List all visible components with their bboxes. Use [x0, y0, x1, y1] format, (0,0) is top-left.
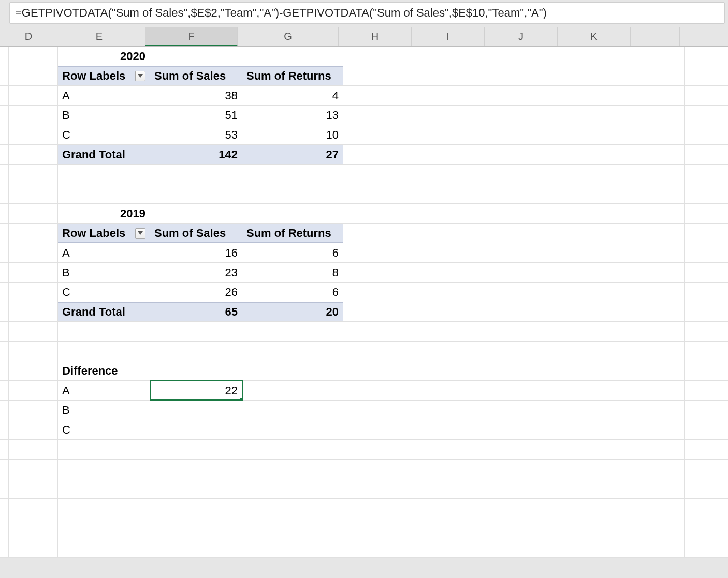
column-header-I[interactable]: I: [412, 27, 485, 46]
difference-value-cell[interactable]: [150, 401, 242, 420]
pivot2-returns-value[interactable]: 8: [242, 263, 343, 282]
pivot1-grand-total-label[interactable]: Grand Total: [58, 145, 150, 164]
difference-value: 22: [225, 384, 238, 397]
spreadsheet-grid[interactable]: D E F G H I J K 2020 Row Labels Sum of S…: [0, 27, 728, 558]
active-cell[interactable]: 22: [150, 381, 242, 400]
column-header-stub: [0, 27, 4, 46]
column-header-H[interactable]: H: [339, 27, 412, 46]
difference-value-cell[interactable]: [150, 420, 242, 439]
pivot2-sales-value[interactable]: 23: [150, 263, 242, 282]
pivot2-grand-total-sales[interactable]: 65: [150, 302, 242, 321]
pivot2-grand-total-returns[interactable]: 20: [242, 302, 343, 321]
pivot1-returns-value[interactable]: 10: [242, 125, 343, 144]
pivot1-sum-sales-header[interactable]: Sum of Sales: [150, 66, 242, 85]
pivot-filter-dropdown[interactable]: [135, 71, 145, 81]
pivot1-year[interactable]: 2020: [58, 47, 150, 66]
cell[interactable]: [242, 47, 343, 66]
cell[interactable]: [150, 47, 242, 66]
pivot1-returns-value[interactable]: 4: [242, 86, 343, 105]
difference-row-label[interactable]: C: [58, 420, 150, 439]
row-labels-text: Row Labels: [62, 227, 125, 240]
pivot1-sum-returns-header[interactable]: Sum of Returns: [242, 66, 343, 85]
pivot2-row-label[interactable]: B: [58, 263, 150, 282]
pivot2-row-label[interactable]: A: [58, 243, 150, 262]
pivot1-returns-value[interactable]: 13: [242, 106, 343, 125]
pivot2-returns-value[interactable]: 6: [242, 283, 343, 302]
difference-row-label[interactable]: B: [58, 401, 150, 420]
column-header-F[interactable]: F: [145, 27, 238, 46]
column-header-J[interactable]: J: [485, 27, 558, 46]
svg-marker-1: [138, 231, 143, 235]
cell[interactable]: [9, 47, 58, 66]
pivot1-grand-total-returns[interactable]: 27: [242, 145, 343, 164]
pivot2-returns-value[interactable]: 6: [242, 243, 343, 262]
pivot2-grand-total-label[interactable]: Grand Total: [58, 302, 150, 321]
fill-handle[interactable]: [240, 398, 242, 400]
pivot2-row-labels-header[interactable]: Row Labels: [58, 224, 150, 243]
column-header-trail: [631, 27, 680, 46]
pivot1-sales-value[interactable]: 53: [150, 125, 242, 144]
pivot1-sales-value[interactable]: 51: [150, 106, 242, 125]
pivot-filter-dropdown[interactable]: [135, 228, 145, 239]
pivot1-row-label[interactable]: B: [58, 106, 150, 125]
pivot2-year[interactable]: 2019: [58, 204, 150, 223]
pivot1-row-label[interactable]: C: [58, 125, 150, 144]
pivot2-sales-value[interactable]: 26: [150, 283, 242, 302]
pivot1-row-labels-header[interactable]: Row Labels: [58, 66, 150, 85]
pivot2-row-label[interactable]: C: [58, 283, 150, 302]
pivot2-sum-sales-header[interactable]: Sum of Sales: [150, 224, 242, 243]
difference-header[interactable]: Difference: [58, 361, 150, 380]
difference-row-label[interactable]: A: [58, 381, 150, 400]
cell[interactable]: [9, 66, 58, 85]
column-header-D[interactable]: D: [4, 27, 53, 46]
column-header-K[interactable]: K: [558, 27, 631, 46]
column-header-G[interactable]: G: [238, 27, 339, 46]
pivot1-row-label[interactable]: A: [58, 86, 150, 105]
pivot1-grand-total-sales[interactable]: 142: [150, 145, 242, 164]
column-headers: D E F G H I J K: [0, 27, 728, 47]
pivot1-sales-value[interactable]: 38: [150, 86, 242, 105]
pivot2-sum-returns-header[interactable]: Sum of Returns: [242, 224, 343, 243]
formula-bar-input[interactable]: =GETPIVOTDATA("Sum of Sales",$E$2,"Team"…: [9, 2, 725, 24]
pivot2-sales-value[interactable]: 16: [150, 243, 242, 262]
row-labels-text: Row Labels: [62, 69, 125, 83]
svg-marker-0: [138, 74, 143, 78]
column-header-E[interactable]: E: [53, 27, 145, 46]
